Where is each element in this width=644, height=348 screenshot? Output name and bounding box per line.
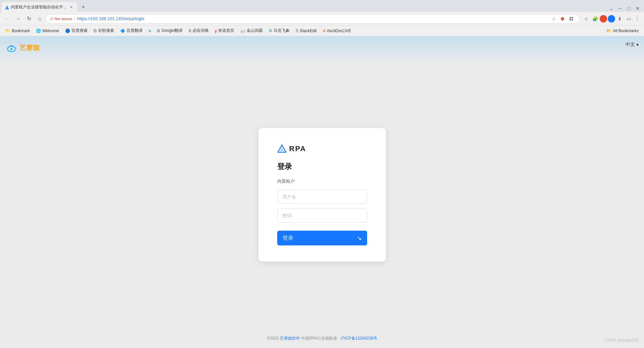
security-warning: ⚠ Not secure bbox=[50, 16, 72, 21]
bookmarks-bar: 📁 Bookmark 🌐 Welcome 🔵 百度搜索 G 谷歌搜索 🔷 百度翻… bbox=[0, 25, 644, 36]
bookmark-bookmark[interactable]: 📁 Bookmark bbox=[3, 28, 33, 34]
bookmark-google-icon: G bbox=[94, 28, 97, 33]
footer-company-link[interactable]: 艺赛旗软件 bbox=[280, 336, 300, 341]
all-bookmarks[interactable]: 📂 All Bookmarks bbox=[604, 28, 641, 34]
language-selector[interactable]: 中文 ▾ bbox=[626, 42, 639, 48]
bookmark-folder-icon: 📁 bbox=[5, 28, 10, 33]
bookmark-bing-icon: B bbox=[189, 28, 191, 33]
svg-marker-0 bbox=[5, 5, 9, 9]
svg-rect-4 bbox=[572, 17, 573, 18]
new-tab-button[interactable]: ＋ bbox=[79, 2, 88, 11]
username-input[interactable] bbox=[277, 190, 367, 204]
login-button-label: 登录 bbox=[283, 234, 293, 241]
tab-title: 内置租户企业级智能自动化平... bbox=[11, 4, 66, 10]
bookmark-baidu-translate-icon: 🔷 bbox=[120, 28, 125, 33]
page-content: 艺赛旗 中文 ▾ RPA 登录 内置租户 登录 ↘ bbox=[0, 36, 644, 348]
download-button[interactable]: ⬇ bbox=[616, 15, 624, 23]
site-logo-icon bbox=[5, 42, 17, 54]
rpa-logo-text: RPA bbox=[289, 144, 306, 153]
footer-desc: 中国RPA行业领航者 · bbox=[301, 336, 341, 341]
svg-rect-2 bbox=[562, 18, 563, 19]
lang-text: 中文 bbox=[626, 42, 635, 48]
tab-search-button[interactable]: ⌄ bbox=[608, 5, 615, 12]
password-input[interactable] bbox=[277, 209, 367, 223]
login-card: RPA 登录 内置租户 登录 ↘ bbox=[258, 128, 386, 262]
minimize-button[interactable]: ─ bbox=[616, 5, 624, 12]
address-url: https://192.168.101.145/isrpa/login bbox=[77, 16, 548, 21]
footer-icp-link[interactable]: 沪ICP备12049238号 bbox=[341, 336, 377, 341]
profile-button[interactable] bbox=[600, 15, 607, 22]
svg-rect-6 bbox=[572, 19, 573, 20]
bookmark-youdao-icon: y bbox=[215, 28, 217, 33]
toolbar-icons: ⊹ 🧩 ⬇ ▭ ⋮ bbox=[582, 15, 641, 23]
address-bar: ← → ↻ ⌂ ⚠ Not secure | https://192.168.1… bbox=[0, 12, 644, 25]
all-bookmarks-folder-icon: 📂 bbox=[606, 28, 611, 33]
svg-rect-3 bbox=[569, 17, 571, 18]
card-logo-row: RPA bbox=[277, 144, 367, 154]
svg-point-8 bbox=[10, 48, 12, 50]
bookmark-baidu-search[interactable]: 🔵 百度搜索 bbox=[62, 27, 90, 34]
color-circle-button[interactable] bbox=[608, 15, 615, 22]
bookmark-jinshan[interactable]: 📖 金山词霸 bbox=[238, 27, 265, 34]
login-button-arrow: ↘ bbox=[357, 234, 362, 242]
bookmark-asciidoc-icon: A bbox=[323, 28, 326, 33]
bookmark-welcome[interactable]: 🌐 Welcome bbox=[33, 28, 62, 34]
browser-frame: 内置租户企业级智能自动化平... ✕ ＋ ⌄ ─ □ ✕ ← → ↻ ⌂ ⚠ N… bbox=[0, 0, 644, 348]
bookmark-star-button[interactable]: ☆ bbox=[550, 15, 558, 23]
footer-right: CSDN @qwfys200 bbox=[605, 338, 639, 343]
bookmark-google-search[interactable]: G 谷歌搜索 bbox=[91, 27, 117, 34]
close-window-button[interactable]: ✕ bbox=[634, 5, 641, 12]
lens-button[interactable] bbox=[558, 15, 566, 23]
login-button[interactable]: 登录 ↘ bbox=[277, 231, 367, 245]
tab-close-button[interactable]: ✕ bbox=[68, 4, 74, 10]
bookmark-edge-icon[interactable]: e bbox=[146, 28, 154, 34]
page-footer: ©2023 艺赛旗软件 中国RPA行业领航者 · 沪ICP备12049238号 bbox=[0, 336, 644, 341]
bookmark-browser-icon: 🌐 bbox=[36, 28, 41, 33]
address-input[interactable]: ⚠ Not secure | https://192.168.101.145/i… bbox=[46, 14, 580, 23]
bookmark-edge-logo: e bbox=[149, 28, 151, 33]
reload-button[interactable]: ↻ bbox=[24, 14, 34, 23]
site-logo-text: 艺赛旗 bbox=[19, 43, 40, 52]
top-gradient bbox=[0, 36, 644, 63]
bookmark-stackedit[interactable]: S StackEdit bbox=[293, 28, 319, 34]
tab-bar: 内置租户企业级智能自动化平... ✕ ＋ ⌄ ─ □ ✕ bbox=[0, 0, 644, 12]
maximize-button[interactable]: □ bbox=[625, 5, 633, 12]
more-button[interactable]: ⋮ bbox=[633, 15, 641, 23]
bookmark-stackedit-icon: S bbox=[296, 28, 298, 33]
lang-dropdown-icon: ▾ bbox=[636, 42, 639, 47]
sidebar-button[interactable]: ▭ bbox=[625, 15, 633, 23]
active-tab[interactable]: 内置租户企业级智能自动化平... ✕ bbox=[1, 2, 77, 12]
bookmark-youdao[interactable]: y 有道首页 bbox=[212, 27, 237, 34]
address-right-icons: ☆ bbox=[550, 15, 575, 23]
extensions-puzzle-button[interactable]: 🧩 bbox=[591, 15, 599, 23]
site-logo: 艺赛旗 bbox=[5, 42, 40, 54]
extension-button[interactable] bbox=[567, 15, 575, 23]
bookmark-makefeixiang[interactable]: M 马克飞象 bbox=[266, 27, 292, 34]
home-button[interactable]: ⌂ bbox=[35, 14, 44, 23]
bookmark-google-translate[interactable]: G Google翻译 bbox=[154, 27, 185, 34]
address-divider: | bbox=[74, 16, 75, 21]
back-button[interactable]: ← bbox=[3, 14, 12, 23]
tab-right-controls: ⌄ ─ □ ✕ bbox=[608, 5, 644, 12]
rpa-logo-icon bbox=[277, 144, 287, 154]
login-title: 登录 bbox=[277, 162, 367, 172]
svg-rect-5 bbox=[569, 19, 571, 20]
tab-favicon bbox=[5, 5, 9, 9]
bookmark-google-translate-icon: G bbox=[157, 28, 160, 33]
tenant-label: 内置租户 bbox=[277, 178, 367, 184]
share-button[interactable]: ⊹ bbox=[582, 15, 590, 23]
footer-right-text: CSDN @qwfys200 bbox=[605, 338, 639, 343]
bookmark-jinshan-icon: 📖 bbox=[240, 28, 245, 33]
warning-icon: ⚠ bbox=[50, 16, 53, 21]
bookmark-bing[interactable]: B 必应词典 bbox=[186, 27, 211, 34]
bookmark-baidu-icon: 🔵 bbox=[65, 28, 70, 33]
bookmark-asciidoc[interactable]: A AsciiDocLIVE bbox=[320, 28, 354, 34]
forward-button[interactable]: → bbox=[13, 14, 23, 23]
bookmark-baidu-translate[interactable]: 🔷 百度翻译 bbox=[117, 27, 145, 34]
bookmark-makefeixiang-icon: M bbox=[269, 28, 272, 33]
footer-copyright: ©2023 bbox=[267, 336, 279, 341]
